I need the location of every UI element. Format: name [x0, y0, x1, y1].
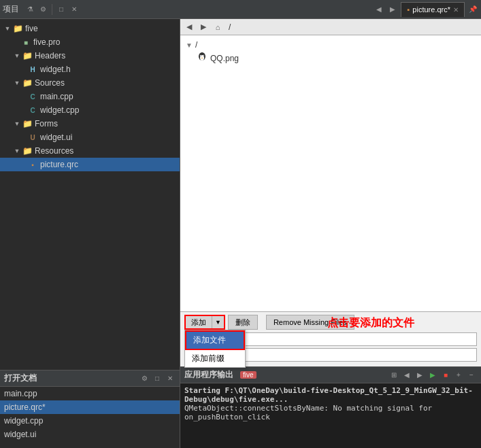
res-tree-qq-png[interactable]: QQ.png [183, 52, 478, 65]
instruction-label: 点击要添加的文件 [327, 316, 414, 330]
tree-item-five-pro[interactable]: ■ five.pro [0, 35, 180, 49]
output-icons: ⊞ ◀ ▶ ▶ ■ + − [388, 370, 477, 381]
tree-label-headers: Headers [35, 51, 65, 61]
headers-folder-icon: 📁 [22, 51, 33, 61]
tree-item-widget-cpp[interactable]: C widget.cpp [0, 103, 180, 117]
filter-icon[interactable]: ⚗ [24, 4, 35, 15]
close-panel-icon[interactable]: ✕ [69, 4, 80, 15]
tree-label-widget-cpp: widget.cpp [40, 105, 79, 115]
tree-label-main-cpp: main.cpp [40, 92, 73, 101]
expand-headers-icon: ▼ [12, 51, 22, 61]
qrc-file-icon: ▪ [27, 160, 38, 169]
top-bar: 项目 ⚗ ⚙ □ ✕ ◀ ▶ ▪ picture.qrc* ✕ 📌 [0, 0, 481, 19]
output-stop-icon[interactable]: ■ [440, 370, 451, 381]
expand-forms-icon: ▼ [12, 119, 22, 128]
tree-item-widget-ui[interactable]: U widget.ui [0, 131, 180, 144]
tree-label-widget-h: widget.h [40, 65, 71, 74]
qq-png-icon [197, 52, 208, 65]
tree-item-five[interactable]: ▼ 📁 five [0, 22, 180, 35]
tree-item-resources[interactable]: ▼ 📁 Resources [0, 144, 180, 158]
output-header-left: 应用程序输出 five [184, 369, 256, 381]
ui-file-icon: U [27, 133, 38, 142]
tree-item-headers[interactable]: ▼ 📁 Headers [0, 49, 180, 63]
lang-input[interactable] [214, 348, 477, 362]
res-home-icon[interactable]: ⌂ [212, 21, 224, 33]
project-tree: ▼ 📁 five ■ five.pro ▼ 📁 Headers H [0, 19, 180, 370]
res-root-label: / [195, 40, 197, 50]
res-back-icon[interactable]: ◀ [183, 21, 195, 33]
output-forward-icon[interactable]: ▶ [414, 370, 425, 381]
open-docs-title: 打开文档 [4, 373, 37, 384]
output-line-2: QMetaObject::connectSlotsByName: No matc… [184, 404, 477, 421]
output-play-icon[interactable]: ▶ [427, 370, 438, 381]
tree-label-resources: Resources [35, 146, 73, 156]
delete-btn[interactable]: 删除 [228, 315, 258, 330]
output-minus-icon[interactable]: − [466, 370, 477, 381]
expand-resources-icon: ▼ [12, 146, 22, 156]
svg-point-5 [203, 55, 204, 56]
tree-item-forms[interactable]: ▼ 📁 Forms [0, 117, 180, 131]
resource-editor: ◀ ▶ ⌂ / ▼ / [180, 19, 481, 366]
doc-label-main-cpp: main.cpp [4, 389, 37, 398]
app-title: 项目 [3, 3, 19, 15]
open-docs-icons: ⚙ □ ✕ [139, 373, 176, 384]
output-header: 应用程序输出 five ⊞ ◀ ▶ ▶ ■ + − [180, 367, 481, 383]
doc-item-widget-ui[interactable]: widget.ui [0, 428, 180, 441]
tab-close-icon[interactable]: ✕ [453, 6, 459, 14]
picture-qrc-tab[interactable]: ▪ picture.qrc* ✕ [401, 2, 465, 17]
res-tree-root[interactable]: ▼ / [183, 38, 478, 52]
sources-folder-icon: 📁 [22, 78, 33, 88]
doc-label-picture-qrc: picture.qrc* [4, 402, 46, 412]
output-content: Starting F:\QT\OneDay\build-five-Desktop… [180, 383, 481, 448]
doc-item-widget-cpp[interactable]: widget.cpp [0, 414, 180, 428]
add-file-item[interactable]: 添加文件 [185, 330, 245, 350]
pin-icon[interactable]: 📌 [467, 4, 478, 15]
output-panel: 应用程序输出 five ⊞ ◀ ▶ ▶ ■ + − Star [180, 366, 481, 448]
open-docs-close-icon[interactable]: ✕ [165, 373, 176, 384]
open-docs-header: 打开文档 ⚙ □ ✕ [0, 371, 180, 387]
tree-label-five: five [25, 24, 38, 33]
open-docs-settings-icon[interactable]: ⚙ [139, 373, 150, 384]
tree-item-main-cpp[interactable]: C main.cpp [0, 90, 180, 103]
forward-icon[interactable]: ▶ [387, 4, 398, 15]
add-prefix-item[interactable]: 添加前缀 [185, 350, 245, 367]
tree-label-forms: Forms [35, 119, 58, 128]
doc-item-main-cpp[interactable]: main.cpp [0, 387, 180, 400]
tree-label-sources: Sources [35, 78, 65, 88]
add-main-btn[interactable]: 添加 [186, 316, 212, 328]
tree-item-widget-h[interactable]: H widget.h [0, 63, 180, 76]
tree-label-widget-ui: widget.ui [40, 133, 72, 142]
svg-point-4 [201, 55, 201, 56]
res-forward-icon[interactable]: ▶ [197, 21, 210, 33]
output-screenshot-icon[interactable]: ⊞ [388, 370, 399, 381]
doc-label-widget-ui: widget.ui [4, 430, 36, 439]
tree-item-picture-qrc[interactable]: ▪ picture.qrc [0, 158, 180, 171]
h-file-icon: H [27, 65, 38, 74]
add-btn-container: 添加 ▼ 添加文件 添加前缀 [184, 315, 225, 330]
settings-icon[interactable]: ⚙ [37, 4, 48, 15]
tab-icon[interactable]: □ [56, 4, 67, 15]
folder-icon: 📁 [12, 24, 23, 33]
resource-nav-bar: ◀ ▶ ⌂ / [180, 19, 481, 35]
output-back-icon[interactable]: ◀ [401, 370, 412, 381]
project-panel: ▼ 📁 five ■ five.pro ▼ 📁 Headers H [0, 19, 180, 448]
pro-file-icon: ■ [20, 37, 31, 47]
output-title: 应用程序输出 [184, 369, 233, 381]
resources-folder-icon: 📁 [22, 146, 33, 156]
tree-label-picture-qrc: picture.qrc [40, 160, 78, 169]
open-docs-tab-icon[interactable]: □ [152, 373, 163, 384]
tree-item-sources[interactable]: ▼ 📁 Sources [0, 76, 180, 90]
output-add-icon[interactable]: + [453, 370, 464, 381]
tab-label: picture.qrc* [412, 5, 450, 14]
prefix-input[interactable] [214, 332, 477, 346]
add-dropdown-menu: 添加文件 添加前缀 [184, 330, 246, 368]
add-split-btn[interactable]: 添加 ▼ [184, 315, 225, 330]
expand-sources-icon: ▼ [12, 78, 22, 88]
resource-bottom: 添加 ▼ 添加文件 添加前缀 [180, 311, 481, 366]
tab-icon: ▪ [407, 5, 410, 14]
cpp-file-icon: C [27, 92, 38, 101]
back-icon[interactable]: ◀ [374, 4, 384, 15]
right-panel: ◀ ▶ ⌂ / ▼ / [180, 19, 481, 448]
doc-item-picture-qrc[interactable]: picture.qrc* [0, 400, 180, 414]
add-arrow-btn[interactable]: ▼ [212, 316, 224, 328]
